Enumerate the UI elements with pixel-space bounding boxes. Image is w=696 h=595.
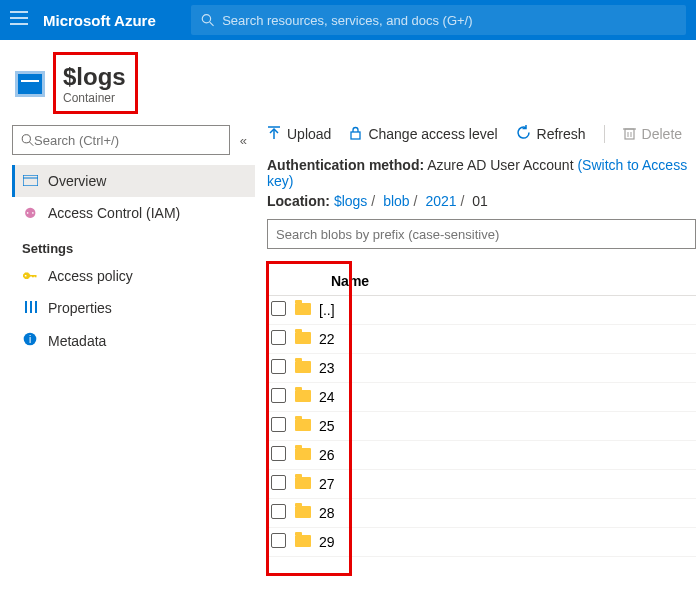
page-header: $logs Container: [0, 40, 696, 113]
global-search[interactable]: [191, 5, 686, 35]
main-pane: Upload Change access level Refresh Delet…: [255, 113, 696, 557]
collapse-sidebar-icon[interactable]: «: [240, 133, 255, 148]
refresh-button[interactable]: Refresh: [516, 125, 586, 143]
crumb-logs[interactable]: $logs: [334, 193, 367, 209]
blob-search[interactable]: [267, 219, 696, 249]
people-icon: ⚉: [22, 205, 38, 221]
brand-label: Microsoft Azure: [43, 12, 156, 29]
svg-rect-14: [625, 129, 634, 139]
row-name: 26: [315, 441, 696, 470]
auth-label: Authentication method:: [267, 157, 424, 173]
auth-method-line: Authentication method: Azure AD User Acc…: [267, 155, 696, 191]
hamburger-menu-icon[interactable]: [10, 11, 28, 29]
svg-rect-4: [23, 175, 38, 186]
sidebar-item-label: Overview: [48, 173, 106, 189]
folder-icon: [295, 535, 311, 547]
sidebar-item-label: Metadata: [48, 333, 106, 349]
refresh-icon: [516, 125, 531, 143]
crumb-year[interactable]: 2021: [425, 193, 456, 209]
row-name: 27: [315, 470, 696, 499]
sidebar-item-access-policy[interactable]: 🔑︎ Access policy: [12, 260, 255, 292]
toolbar-separator: [604, 125, 605, 143]
properties-icon: [22, 300, 38, 316]
svg-rect-13: [351, 132, 360, 139]
folder-icon: [295, 477, 311, 489]
sidebar-section-settings: Settings: [12, 229, 255, 260]
folder-icon: [295, 332, 311, 344]
blob-table-area: Name [..]2223242526272829: [267, 267, 696, 557]
search-icon: [201, 13, 214, 27]
delete-icon: [623, 126, 636, 143]
sidebar-item-iam[interactable]: ⚉ Access Control (IAM): [12, 197, 255, 229]
crumb-blob[interactable]: blob: [383, 193, 409, 209]
sidebar-item-label: Access policy: [48, 268, 133, 284]
overview-icon: [22, 173, 38, 189]
key-icon: 🔑︎: [22, 268, 38, 284]
crumb-month: 01: [472, 193, 488, 209]
delete-button[interactable]: Delete: [623, 125, 682, 143]
upload-button[interactable]: Upload: [267, 125, 331, 143]
sidebar-item-label: Access Control (IAM): [48, 205, 180, 221]
global-search-input[interactable]: [222, 13, 676, 28]
row-name: 23: [315, 354, 696, 383]
lock-icon: [349, 126, 362, 143]
sidebar-item-label: Properties: [48, 300, 112, 316]
container-icon: [15, 71, 45, 97]
svg-point-2: [22, 135, 30, 143]
sidebar-item-metadata[interactable]: i Metadata: [12, 324, 255, 357]
folder-icon: [295, 390, 311, 402]
folder-icon: [295, 419, 311, 431]
svg-text:i: i: [29, 334, 31, 345]
change-access-button[interactable]: Change access level: [349, 125, 497, 143]
folder-icon: [295, 506, 311, 518]
svg-line-1: [210, 22, 214, 26]
change-access-label: Change access level: [368, 126, 497, 142]
sidebar-item-properties[interactable]: Properties: [12, 292, 255, 324]
search-icon: [21, 133, 34, 147]
toolbar: Upload Change access level Refresh Delet…: [267, 125, 696, 155]
row-name: 24: [315, 383, 696, 412]
svg-point-0: [202, 15, 210, 23]
sidebar-item-overview[interactable]: Overview: [12, 165, 255, 197]
info-icon: i: [22, 332, 38, 349]
highlight-box-title: [53, 52, 138, 114]
blob-search-input[interactable]: [276, 227, 687, 242]
location-breadcrumb: Location: $logs/ blob/ 2021/ 01: [267, 191, 696, 211]
delete-label: Delete: [642, 126, 682, 142]
row-name: 25: [315, 412, 696, 441]
sidebar-search-input[interactable]: [34, 133, 221, 148]
folder-icon: [295, 448, 311, 460]
upload-icon: [267, 126, 281, 143]
row-name: 28: [315, 499, 696, 528]
row-name: 29: [315, 528, 696, 557]
auth-value: Azure AD User Account: [427, 157, 573, 173]
svg-line-3: [30, 142, 34, 146]
folder-icon: [295, 303, 311, 315]
row-name: 22: [315, 325, 696, 354]
location-label: Location:: [267, 193, 330, 209]
sidebar: « Overview ⚉ Access Control (IAM) Settin…: [0, 113, 255, 557]
refresh-label: Refresh: [537, 126, 586, 142]
folder-icon: [295, 361, 311, 373]
topbar: Microsoft Azure: [0, 0, 696, 40]
upload-label: Upload: [287, 126, 331, 142]
row-name: [..]: [315, 296, 696, 325]
sidebar-search[interactable]: [12, 125, 230, 155]
